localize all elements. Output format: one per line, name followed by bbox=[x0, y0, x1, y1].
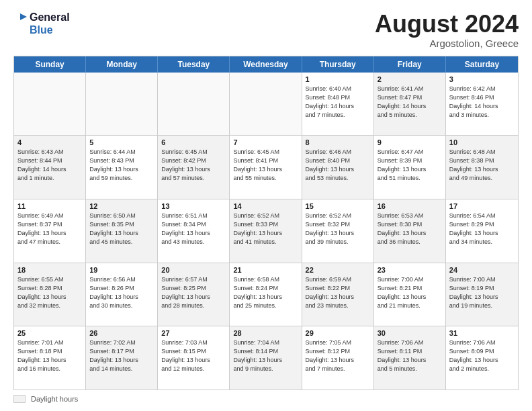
calendar-cell bbox=[14, 73, 86, 136]
day-number: 28 bbox=[233, 329, 298, 337]
calendar-cell: 27Sunrise: 7:03 AM Sunset: 8:15 PM Dayli… bbox=[158, 326, 230, 390]
month-year: August 2024 bbox=[375, 11, 519, 38]
day-number: 22 bbox=[306, 266, 370, 274]
calendar-cell: 31Sunrise: 7:06 AM Sunset: 8:09 PM Dayli… bbox=[446, 326, 518, 390]
calendar-cell: 19Sunrise: 6:56 AM Sunset: 8:26 PM Dayli… bbox=[86, 263, 158, 326]
legend-box bbox=[13, 395, 26, 403]
title-block: August 2024 Argostolion, Greece bbox=[375, 11, 519, 49]
day-of-week-header: Tuesday bbox=[158, 56, 230, 73]
calendar-cell: 28Sunrise: 7:04 AM Sunset: 8:14 PM Dayli… bbox=[230, 326, 302, 390]
cell-content: Sunrise: 7:05 AM Sunset: 8:12 PM Dayligh… bbox=[306, 338, 370, 373]
calendar-row: 1Sunrise: 6:40 AM Sunset: 8:48 PM Daylig… bbox=[14, 73, 518, 136]
day-number: 26 bbox=[89, 329, 154, 337]
cell-content: Sunrise: 7:02 AM Sunset: 8:17 PM Dayligh… bbox=[89, 338, 154, 373]
calendar-cell: 5Sunrise: 6:44 AM Sunset: 8:43 PM Daylig… bbox=[86, 136, 158, 199]
day-number: 21 bbox=[233, 266, 298, 274]
day-number: 15 bbox=[306, 202, 370, 210]
calendar-row: 18Sunrise: 6:55 AM Sunset: 8:28 PM Dayli… bbox=[14, 263, 518, 326]
calendar-row: 4Sunrise: 6:43 AM Sunset: 8:44 PM Daylig… bbox=[14, 135, 518, 199]
calendar-cell: 11Sunrise: 6:49 AM Sunset: 8:37 PM Dayli… bbox=[14, 199, 86, 263]
calendar-cell: 18Sunrise: 6:55 AM Sunset: 8:28 PM Dayli… bbox=[14, 263, 86, 326]
calendar-cell: 17Sunrise: 6:54 AM Sunset: 8:29 PM Dayli… bbox=[446, 199, 518, 263]
calendar-row: 11Sunrise: 6:49 AM Sunset: 8:37 PM Dayli… bbox=[14, 199, 518, 263]
cell-content: Sunrise: 6:54 AM Sunset: 8:29 PM Dayligh… bbox=[449, 212, 515, 246]
day-number: 27 bbox=[161, 329, 226, 337]
calendar-cell: 26Sunrise: 7:02 AM Sunset: 8:17 PM Dayli… bbox=[86, 326, 158, 390]
cell-content: Sunrise: 6:53 AM Sunset: 8:30 PM Dayligh… bbox=[378, 212, 442, 246]
calendar-cell: 16Sunrise: 6:53 AM Sunset: 8:30 PM Dayli… bbox=[374, 199, 446, 263]
day-number: 16 bbox=[378, 202, 442, 210]
cell-content: Sunrise: 6:45 AM Sunset: 8:42 PM Dayligh… bbox=[161, 148, 226, 183]
calendar-cell: 23Sunrise: 7:00 AM Sunset: 8:21 PM Dayli… bbox=[374, 263, 446, 326]
legend: Daylight hours bbox=[13, 395, 519, 403]
day-number: 11 bbox=[17, 202, 82, 210]
calendar-cell: 24Sunrise: 7:00 AM Sunset: 8:19 PM Dayli… bbox=[446, 263, 518, 326]
day-number: 24 bbox=[449, 266, 515, 274]
day-number: 6 bbox=[161, 138, 226, 146]
day-number: 30 bbox=[378, 329, 442, 337]
day-number: 19 bbox=[89, 266, 154, 274]
cell-content: Sunrise: 7:04 AM Sunset: 8:14 PM Dayligh… bbox=[233, 338, 298, 373]
cell-content: Sunrise: 6:41 AM Sunset: 8:47 PM Dayligh… bbox=[378, 85, 442, 120]
day-of-week-header: Thursday bbox=[302, 56, 374, 73]
cell-content: Sunrise: 6:40 AM Sunset: 8:48 PM Dayligh… bbox=[306, 85, 370, 120]
day-number: 1 bbox=[306, 75, 370, 83]
logo-general: General bbox=[30, 11, 70, 24]
cell-content: Sunrise: 6:44 AM Sunset: 8:43 PM Dayligh… bbox=[89, 148, 154, 183]
page: GeneralBlue August 2024 Argostolion, Gre… bbox=[0, 0, 532, 411]
cell-content: Sunrise: 6:48 AM Sunset: 8:38 PM Dayligh… bbox=[449, 148, 515, 183]
calendar-cell: 3Sunrise: 6:42 AM Sunset: 8:46 PM Daylig… bbox=[446, 73, 518, 136]
day-number: 9 bbox=[378, 138, 442, 146]
calendar-cell: 14Sunrise: 6:52 AM Sunset: 8:33 PM Dayli… bbox=[230, 199, 302, 263]
cell-content: Sunrise: 7:00 AM Sunset: 8:19 PM Dayligh… bbox=[449, 275, 515, 310]
calendar-cell: 30Sunrise: 7:06 AM Sunset: 8:11 PM Dayli… bbox=[374, 326, 446, 390]
calendar-cell bbox=[86, 73, 158, 136]
cell-content: Sunrise: 6:51 AM Sunset: 8:34 PM Dayligh… bbox=[161, 212, 226, 246]
calendar-cell: 13Sunrise: 6:51 AM Sunset: 8:34 PM Dayli… bbox=[158, 199, 230, 263]
cell-content: Sunrise: 6:42 AM Sunset: 8:46 PM Dayligh… bbox=[449, 85, 515, 120]
cell-content: Sunrise: 7:01 AM Sunset: 8:18 PM Dayligh… bbox=[17, 338, 82, 373]
calendar-cell: 9Sunrise: 6:47 AM Sunset: 8:39 PM Daylig… bbox=[374, 136, 446, 199]
cell-content: Sunrise: 6:56 AM Sunset: 8:26 PM Dayligh… bbox=[89, 275, 154, 310]
day-number: 14 bbox=[233, 202, 298, 210]
calendar-cell: 7Sunrise: 6:45 AM Sunset: 8:41 PM Daylig… bbox=[230, 136, 302, 199]
calendar-cell: 25Sunrise: 7:01 AM Sunset: 8:18 PM Dayli… bbox=[14, 326, 86, 390]
cell-content: Sunrise: 6:55 AM Sunset: 8:28 PM Dayligh… bbox=[17, 275, 82, 310]
day-number: 5 bbox=[89, 138, 154, 146]
cell-content: Sunrise: 6:46 AM Sunset: 8:40 PM Dayligh… bbox=[306, 148, 370, 183]
day-number: 7 bbox=[233, 138, 298, 146]
cell-content: Sunrise: 6:47 AM Sunset: 8:39 PM Dayligh… bbox=[378, 148, 442, 183]
day-number: 2 bbox=[378, 75, 442, 83]
cell-content: Sunrise: 6:57 AM Sunset: 8:25 PM Dayligh… bbox=[161, 275, 226, 310]
cell-content: Sunrise: 6:49 AM Sunset: 8:37 PM Dayligh… bbox=[17, 212, 82, 246]
logo-blue: Blue bbox=[30, 24, 70, 36]
cell-content: Sunrise: 7:03 AM Sunset: 8:15 PM Dayligh… bbox=[161, 338, 226, 373]
day-number: 18 bbox=[17, 266, 82, 274]
day-of-week-header: Friday bbox=[374, 56, 446, 73]
calendar-cell: 4Sunrise: 6:43 AM Sunset: 8:44 PM Daylig… bbox=[14, 136, 86, 199]
calendar-cell: 8Sunrise: 6:46 AM Sunset: 8:40 PM Daylig… bbox=[302, 136, 374, 199]
day-number: 10 bbox=[449, 138, 515, 146]
cell-content: Sunrise: 6:43 AM Sunset: 8:44 PM Dayligh… bbox=[17, 148, 82, 183]
calendar-cell: 20Sunrise: 6:57 AM Sunset: 8:25 PM Dayli… bbox=[158, 263, 230, 326]
calendar-cell: 2Sunrise: 6:41 AM Sunset: 8:47 PM Daylig… bbox=[374, 73, 446, 136]
calendar-header: SundayMondayTuesdayWednesdayThursdayFrid… bbox=[14, 56, 518, 73]
legend-label: Daylight hours bbox=[31, 395, 78, 403]
calendar-cell: 15Sunrise: 6:52 AM Sunset: 8:32 PM Dayli… bbox=[302, 199, 374, 263]
cell-content: Sunrise: 6:58 AM Sunset: 8:24 PM Dayligh… bbox=[233, 275, 298, 310]
day-number: 3 bbox=[449, 75, 515, 83]
logo: GeneralBlue bbox=[13, 11, 70, 36]
logo-icon bbox=[13, 13, 27, 34]
day-number: 25 bbox=[17, 329, 82, 337]
day-number: 20 bbox=[161, 266, 226, 274]
day-number: 4 bbox=[17, 138, 82, 146]
day-number: 17 bbox=[449, 202, 515, 210]
day-of-week-header: Saturday bbox=[446, 56, 518, 73]
day-of-week-header: Wednesday bbox=[230, 56, 302, 73]
cell-content: Sunrise: 6:52 AM Sunset: 8:33 PM Dayligh… bbox=[233, 212, 298, 246]
day-number: 23 bbox=[378, 266, 442, 274]
header: GeneralBlue August 2024 Argostolion, Gre… bbox=[13, 11, 519, 49]
calendar-cell: 21Sunrise: 6:58 AM Sunset: 8:24 PM Dayli… bbox=[230, 263, 302, 326]
calendar-cell bbox=[230, 73, 302, 136]
calendar: SundayMondayTuesdayWednesdayThursdayFrid… bbox=[13, 56, 519, 390]
